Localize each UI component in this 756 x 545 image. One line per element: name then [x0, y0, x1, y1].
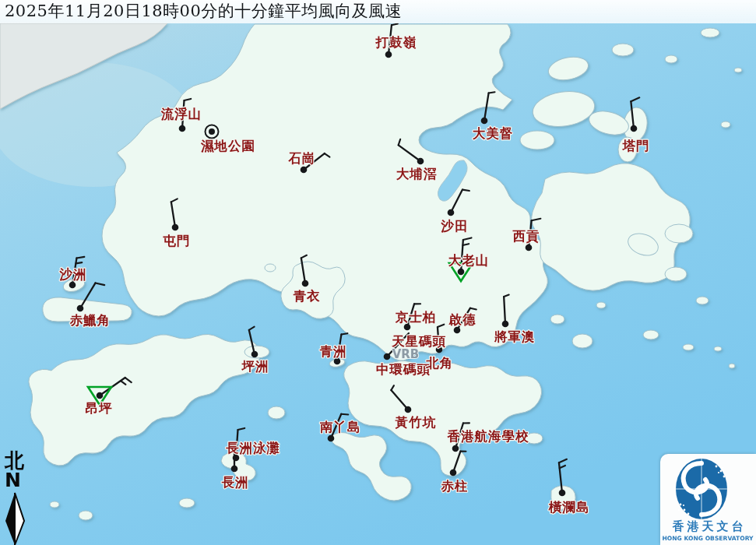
mirs-bay-islet-2: [701, 28, 719, 37]
station-label-cheung-chau-beach: 長洲泳灘: [226, 441, 280, 455]
logo-name-cjk: 香港天文台: [672, 519, 747, 533]
station-dot: [450, 469, 457, 476]
station-label-tates-cairn: 大老山: [448, 253, 490, 268]
station-label-sai-kung: 西貢: [512, 229, 540, 244]
station-dot: [302, 280, 309, 287]
station-label-hk-sea-school: 香港航海學校: [447, 429, 529, 444]
station-label-chek-lap-kok: 赤鱲角: [69, 313, 111, 328]
station-dot: [405, 406, 412, 413]
hong-kong-wind-map: 打鼓嶺流浮山濕地公園石崗大埔滘大美督塔門沙田西貢屯門沙洲赤鱲角青衣大老山京士柏啟…: [0, 0, 756, 545]
station-label-tap-mun: 塔門: [622, 139, 650, 153]
calm-dot: [209, 128, 215, 135]
port-shelter-islet-2: [572, 334, 592, 348]
station-dot: [384, 353, 391, 360]
station-label-lamma-island: 南丫島: [320, 420, 361, 434]
station-label-sha-chau: 沙洲: [59, 267, 87, 282]
station-dot: [179, 125, 186, 132]
station-label-tuen-mun: 屯門: [163, 234, 191, 248]
station-dot: [385, 51, 392, 58]
station-dot: [251, 351, 258, 358]
station-dot: [97, 392, 104, 399]
station-label-kai-tak: 啟德: [448, 312, 476, 327]
north-arrow-icon: [3, 490, 31, 545]
station-label-central-pier: 中環碼頭: [376, 362, 431, 377]
compass-north-en-label: N: [5, 471, 34, 490]
station-label-shek-kong: 石崗: [288, 151, 316, 166]
wind-barb-tick: [462, 190, 469, 191]
station-dot: [631, 125, 638, 132]
station-dot: [526, 244, 533, 251]
station-label-waglan-island: 橫瀾島: [548, 500, 590, 515]
ninepin-1: [714, 346, 722, 351]
wind-map-screen: 打鼓嶺流浮山濕地公園石崗大埔滘大美督塔門沙田西貢屯門沙洲赤鱲角青衣大老山京士柏啟…: [0, 0, 756, 545]
soko-islet: [50, 501, 59, 508]
station-dot: [417, 158, 424, 165]
station-dot: [448, 209, 455, 216]
wind-barb-tick: [341, 414, 348, 415]
logo-name-en: HONG KONG OBSERVATORY: [662, 535, 754, 542]
high-island: [665, 224, 693, 243]
station-dot: [231, 466, 238, 473]
station-dot: [452, 445, 459, 452]
station-label-ta-kwu-ling: 打鼓嶺: [375, 35, 417, 50]
wind-barb-tick: [341, 333, 347, 334]
mirs-bay-islet-4: [721, 121, 730, 128]
station-dot: [69, 282, 76, 289]
outer-islet: [696, 297, 709, 304]
shek-kwu-chau: [179, 498, 195, 508]
wind-barb-tick: [489, 92, 495, 93]
station-dot: [559, 490, 566, 497]
station-dot: [454, 327, 461, 334]
station-label-tsing-yi: 青衣: [294, 289, 321, 304]
station-label-tseung-kwan-o: 將軍澳: [494, 329, 536, 344]
station-label-green-island: 青洲: [320, 344, 347, 359]
ma-wan: [265, 264, 276, 272]
wind-note-central-pier: VRB: [392, 347, 420, 361]
station-dot: [328, 435, 335, 442]
port-shelter-islet-1: [550, 315, 564, 324]
jin-island: [665, 267, 687, 281]
station-label-sha-tin: 沙田: [441, 219, 469, 234]
hko-logo-graphic: 香港天文台 HONG KONG OBSERVATORY: [660, 454, 756, 545]
station-label-cheung-chau: 長洲: [222, 475, 249, 490]
station-dot: [301, 167, 308, 174]
mirs-bay-islet-3: [734, 68, 742, 72]
station-dot: [77, 305, 84, 312]
plover-cove-3: [520, 131, 554, 149]
station-label-stanley: 赤柱: [441, 479, 469, 494]
station-label-wetland-park: 濕地公園: [200, 139, 255, 153]
station-dot: [481, 118, 488, 125]
map-title: 2025年11月20日18時00分的十分鐘平均風向及風速: [0, 0, 756, 23]
bluff-island: [683, 344, 694, 350]
station-dot: [172, 224, 179, 231]
mirs-bay-islet-1: [665, 55, 677, 63]
wind-barb-tick: [76, 262, 82, 263]
station-dot: [502, 321, 509, 328]
station-label-wong-chuk-hang: 黃竹坑: [395, 415, 437, 430]
station-label-kings-park: 京士柏: [395, 310, 437, 325]
hei-ling-chau: [268, 406, 285, 419]
soko-islands: [79, 511, 93, 520]
station-label-peng-chau: 坪洲: [241, 359, 269, 374]
station-label-ngong-ping: 昂坪: [86, 401, 113, 416]
station-dot: [458, 269, 465, 276]
station-label-tai-po-kau: 大埔滘: [396, 167, 438, 181]
title-bar: 2025年11月20日18時00分的十分鐘平均風向及風速: [0, 0, 756, 23]
ninepin-2: [729, 364, 735, 368]
station-label-lau-fau-shan: 流浮山: [160, 107, 202, 121]
station-label-north-point: 北角: [426, 356, 454, 371]
compass: 北 N: [3, 451, 34, 545]
double-island: [612, 44, 634, 56]
port-shelter-islet-3: [596, 302, 606, 308]
basalt-island: [643, 330, 659, 339]
hko-logo: 香港天文台 HONG KONG OBSERVATORY: [660, 454, 756, 545]
station-label-tai-mei-tuk: 大美督: [473, 126, 514, 141]
